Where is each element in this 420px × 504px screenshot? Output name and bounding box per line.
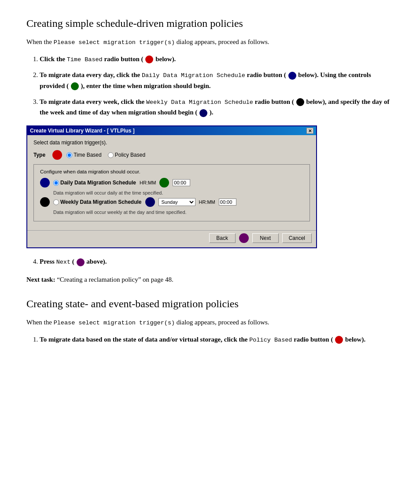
step-3: To migrate data every week, click the We… — [40, 96, 394, 118]
weekly-radio-input[interactable] — [53, 199, 59, 205]
section2-intro: When the Please select migration trigger… — [26, 317, 394, 328]
time-based-label: Time Based — [74, 152, 102, 158]
section2-steps-list: To migrate data based on the state of da… — [26, 334, 394, 345]
policy-based-code: Policy Based — [249, 337, 292, 343]
section1-intro: When the Please select migration trigger… — [26, 37, 394, 48]
time-based-radio-input[interactable] — [66, 152, 72, 158]
next-button[interactable]: Next — [252, 233, 279, 243]
black-dot-annotation — [296, 98, 304, 106]
step4-list: Press Next ( above). — [26, 256, 394, 267]
navy-dot-annotation — [199, 109, 207, 117]
radio-group: Time Based Policy Based — [66, 152, 145, 158]
policy-based-radio-input[interactable] — [108, 152, 114, 158]
weekly-radio[interactable]: Weekly Data Migration Schedule — [53, 199, 142, 205]
red-dot-section2 — [335, 336, 343, 344]
weekly-desc: Data migration will occur weekly at the … — [53, 210, 303, 215]
dialog-footer: Back Next Cancel — [27, 230, 316, 247]
dialog-title: Create Virtual Library Wizard - [ VTLPlu… — [30, 128, 135, 134]
dialog-body: Select data migration trigger(s). Type T… — [27, 135, 316, 230]
next-code: Next — [56, 259, 70, 265]
dialog-close-button[interactable]: ✕ — [306, 128, 313, 134]
next-task-text: “Creating a reclamation policy” on page … — [57, 276, 173, 283]
step-2: To migrate data every day, click the Dai… — [40, 70, 394, 91]
step-4: Press Next ( above). — [40, 256, 394, 267]
section2-title: Creating state- and event-based migratio… — [26, 298, 394, 310]
green-dot-annotation — [71, 82, 79, 90]
cancel-button[interactable]: Cancel — [282, 233, 312, 243]
next-task-label: Next task: — [26, 276, 55, 283]
schedule-inner-box: Configure when data migration should occ… — [33, 164, 310, 221]
weekly-hr-mm: HR:MM — [199, 199, 215, 205]
policy-based-label: Policy Based — [115, 152, 145, 158]
type-row: Type Time Based Policy Based — [33, 150, 310, 160]
section2-step-1: To migrate data based on the state of da… — [40, 334, 394, 345]
dialog-subtitle: Select data migration trigger(s). — [33, 140, 310, 146]
daily-time-input[interactable] — [173, 179, 190, 186]
red-dot-annotation — [145, 55, 153, 63]
daily-code: Daily Data Migration Schedule — [142, 72, 245, 79]
step-1: Click the Time Based radio button ( belo… — [40, 54, 394, 65]
daily-radio-input[interactable] — [53, 180, 59, 186]
navy-dot-weekly — [145, 197, 155, 207]
time-based-radio[interactable]: Time Based — [66, 152, 102, 158]
daily-label: Daily Data Migration Schedule — [60, 180, 136, 186]
red-dot — [52, 150, 62, 160]
steps-list: Click the Time Based radio button ( belo… — [26, 54, 394, 118]
daily-radio[interactable]: Daily Data Migration Schedule — [53, 180, 136, 186]
weekly-code: Weekly Data Migration Schedule — [146, 99, 253, 106]
weekly-time-input[interactable] — [219, 199, 236, 206]
purple-dot-annotation — [77, 258, 85, 266]
daily-desc: Data migration will occur daily at the t… — [53, 190, 303, 195]
black-dot-weekly — [40, 197, 50, 207]
next-task: Next task: “Creating a reclamation polic… — [26, 274, 394, 285]
blue-dot-annotation — [288, 72, 296, 80]
green-dot-daily — [159, 178, 169, 188]
daily-hr-mm: HR:MM — [140, 180, 156, 185]
section1-title: Creating simple schedule-driven migratio… — [26, 18, 394, 29]
type-label: Type — [33, 152, 45, 158]
day-select[interactable]: Sunday Monday Tuesday Wednesday Thursday… — [158, 198, 195, 206]
purple-dot-next — [239, 233, 249, 243]
blue-dot-daily — [40, 178, 50, 188]
policy-based-radio[interactable]: Policy Based — [108, 152, 145, 158]
weekly-schedule-row: Weekly Data Migration Schedule Sunday Mo… — [40, 197, 303, 207]
time-based-code: Time Based — [67, 56, 103, 63]
create-virtual-library-dialog: Create Virtual Library Wizard - [ VTLPlu… — [26, 125, 317, 248]
weekly-label: Weekly Data Migration Schedule — [60, 199, 142, 205]
configure-text: Configure when data migration should occ… — [40, 169, 303, 174]
back-button[interactable]: Back — [209, 233, 236, 243]
dialog-titlebar: Create Virtual Library Wizard - [ VTLPlu… — [27, 126, 316, 135]
daily-schedule-row: Daily Data Migration Schedule HR:MM — [40, 178, 303, 188]
